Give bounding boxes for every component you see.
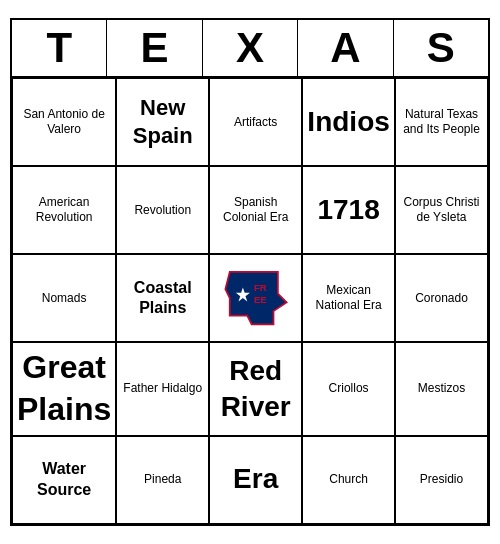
cell-r1-c1: Revolution bbox=[116, 166, 209, 254]
cell-text-r0-c1: New Spain bbox=[121, 94, 204, 151]
cell-text-r3-c4: Mestizos bbox=[418, 381, 465, 397]
cell-text-r0-c4: Natural Texas and Its People bbox=[400, 107, 483, 138]
cell-text-r0-c0: San Antonio de Valero bbox=[17, 107, 111, 138]
cell-text-r4-c2: Era bbox=[233, 461, 278, 497]
cell-text-r3-c2: Red River bbox=[214, 353, 297, 426]
cell-r0-c0: San Antonio de Valero bbox=[12, 78, 116, 166]
cell-r3-c3: Criollos bbox=[302, 342, 395, 435]
cell-text-r2-c0: Nomads bbox=[42, 291, 87, 307]
cell-r4-c4: Presidio bbox=[395, 436, 488, 524]
cell-r2-c0: Nomads bbox=[12, 254, 116, 342]
cell-r3-c0: Great Plains bbox=[12, 342, 116, 435]
cell-r0-c3: Indios bbox=[302, 78, 395, 166]
cell-text-r1-c3: 1718 bbox=[317, 192, 379, 228]
cell-r4-c1: Pineda bbox=[116, 436, 209, 524]
cell-text-r3-c0: Great Plains bbox=[17, 347, 111, 430]
header-row: T E X A S bbox=[12, 20, 488, 78]
cell-r4-c0: Water Source bbox=[12, 436, 116, 524]
header-t: T bbox=[12, 20, 107, 76]
cell-text-r2-c3: Mexican National Era bbox=[307, 283, 390, 314]
bingo-grid: San Antonio de ValeroNew SpainArtifactsI… bbox=[12, 78, 488, 523]
cell-r2-c2: FR EE bbox=[209, 254, 302, 342]
cell-text-r1-c4: Corpus Christi de Ysleta bbox=[400, 195, 483, 226]
cell-text-r4-c1: Pineda bbox=[144, 472, 181, 488]
cell-r0-c4: Natural Texas and Its People bbox=[395, 78, 488, 166]
cell-text-r2-c1: Coastal Plains bbox=[121, 278, 204, 320]
cell-r1-c2: Spanish Colonial Era bbox=[209, 166, 302, 254]
cell-r3-c2: Red River bbox=[209, 342, 302, 435]
cell-r4-c3: Church bbox=[302, 436, 395, 524]
cell-r1-c3: 1718 bbox=[302, 166, 395, 254]
cell-text-r1-c2: Spanish Colonial Era bbox=[214, 195, 297, 226]
cell-r2-c4: Coronado bbox=[395, 254, 488, 342]
cell-text-r4-c4: Presidio bbox=[420, 472, 463, 488]
header-x: X bbox=[203, 20, 298, 76]
cell-text-r0-c2: Artifacts bbox=[234, 115, 277, 131]
cell-r1-c4: Corpus Christi de Ysleta bbox=[395, 166, 488, 254]
cell-r2-c1: Coastal Plains bbox=[116, 254, 209, 342]
cell-r2-c3: Mexican National Era bbox=[302, 254, 395, 342]
header-e: E bbox=[107, 20, 202, 76]
cell-r3-c4: Mestizos bbox=[395, 342, 488, 435]
cell-text-r0-c3: Indios bbox=[307, 104, 389, 140]
cell-text-r4-c3: Church bbox=[329, 472, 368, 488]
cell-text-r1-c1: Revolution bbox=[134, 203, 191, 219]
free-space-svg: FR EE bbox=[221, 263, 291, 333]
cell-text-r4-c0: Water Source bbox=[17, 459, 111, 501]
svg-text:FR: FR bbox=[254, 282, 267, 293]
header-a: A bbox=[298, 20, 393, 76]
cell-r0-c2: Artifacts bbox=[209, 78, 302, 166]
bingo-card: T E X A S San Antonio de ValeroNew Spain… bbox=[10, 18, 490, 525]
cell-text-r3-c1: Father Hidalgo bbox=[123, 381, 202, 397]
cell-r1-c0: American Revolution bbox=[12, 166, 116, 254]
cell-text-r1-c0: American Revolution bbox=[17, 195, 111, 226]
svg-text:EE: EE bbox=[254, 295, 267, 306]
header-s: S bbox=[394, 20, 488, 76]
cell-r0-c1: New Spain bbox=[116, 78, 209, 166]
cell-r3-c1: Father Hidalgo bbox=[116, 342, 209, 435]
cell-r4-c2: Era bbox=[209, 436, 302, 524]
cell-text-r2-c4: Coronado bbox=[415, 291, 468, 307]
cell-text-r3-c3: Criollos bbox=[329, 381, 369, 397]
